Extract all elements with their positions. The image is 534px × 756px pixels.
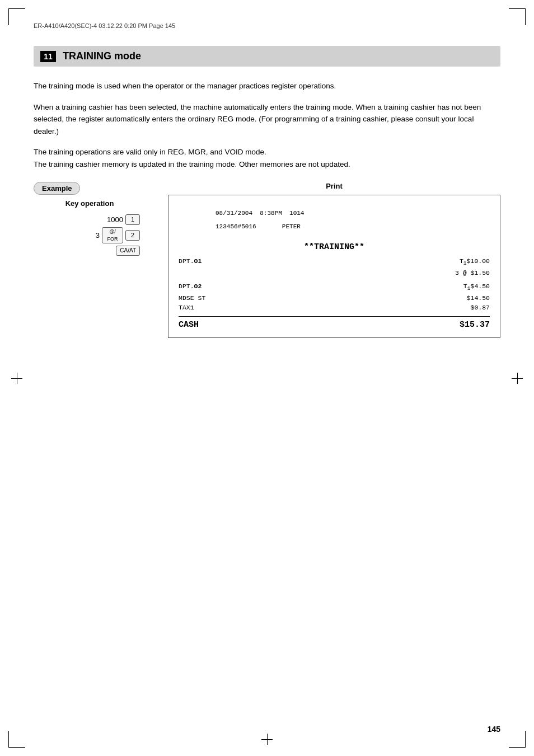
receipt-dpt02-block: DPT.O2 T1$4.50 xyxy=(179,281,490,293)
receipt-header-line1: 08/31/2004 8:38PM 1014 xyxy=(216,210,304,217)
crosshair-left xyxy=(11,373,22,384)
receipt-cash-value: $15.37 xyxy=(460,320,490,330)
paragraph-1: The training mode is used when the opera… xyxy=(34,80,500,92)
paragraph-2: When a training cashier has been selecte… xyxy=(34,101,500,138)
receipt-dpt01-sub-text: 3 @ $1.50 xyxy=(455,268,490,278)
receipt-header-line2: 123456#5016 PETER xyxy=(216,223,301,230)
key-2: 2 xyxy=(125,230,140,241)
receipt-tax: TAX1 $0.87 xyxy=(179,303,490,313)
corner-mark-tl xyxy=(8,8,25,25)
receipt: 08/31/2004 8:38PM 1014 123456#5016 PETER… xyxy=(168,195,500,339)
crosshair-bottom xyxy=(261,734,273,745)
key-operation-label: Key operation xyxy=(34,199,146,208)
key-caat: CA/AT xyxy=(116,246,140,256)
key-row-3: CA/AT xyxy=(116,246,140,256)
key-prefix-1000: 1000 xyxy=(107,215,123,224)
receipt-divider xyxy=(179,316,490,317)
receipt-dpt01-label: DPT.O1 xyxy=(179,256,202,268)
key-row-1: 1000 1 xyxy=(107,214,140,225)
section-number: 11 xyxy=(40,51,56,62)
receipt-dpt02: DPT.O2 T1$4.50 xyxy=(179,281,490,293)
receipt-header: 08/31/2004 8:38PM 1014 123456#5016 PETER xyxy=(179,203,490,237)
page: ER-A410/A420(SEC)-4 03.12.22 0:20 PM Pag… xyxy=(0,0,534,756)
section-title: TRAINING mode xyxy=(63,50,141,62)
key-prefix-3: 3 xyxy=(96,231,100,240)
receipt-dpt01-sub: 3 @ $1.50 xyxy=(179,268,490,278)
receipt-dpt02-value: T1$4.50 xyxy=(463,281,490,293)
receipt-mdse: MDSE ST $14.50 xyxy=(179,293,490,303)
key-1: 1 xyxy=(125,214,140,225)
example-badge: Example xyxy=(34,182,80,195)
crosshair-right xyxy=(512,373,523,384)
header-meta: ER-A410/A420(SEC)-4 03.12.22 0:20 PM Pag… xyxy=(34,22,500,29)
receipt-dpt01: DPT.O1 T1$10.00 xyxy=(179,256,490,268)
receipt-tax-value: $0.87 xyxy=(470,303,490,313)
paragraph-3: The training operations are valid only i… xyxy=(34,146,500,170)
section-heading: 11 TRAINING mode xyxy=(34,46,500,67)
header-meta-text: ER-A410/A420(SEC)-4 03.12.22 0:20 PM Pag… xyxy=(34,22,175,29)
receipt-tax-label: TAX1 xyxy=(179,303,194,313)
key-row-2: 3 @/FOR 2 xyxy=(96,227,140,243)
print-label: Print xyxy=(168,182,500,190)
corner-mark-tr xyxy=(509,8,526,25)
corner-mark-br xyxy=(509,731,526,748)
key-operation-content: 1000 1 3 @/FOR 2 CA/AT xyxy=(34,214,146,256)
receipt-dpt01-value: T1$10.00 xyxy=(460,256,490,268)
receipt-mdse-value: $14.50 xyxy=(467,293,490,303)
receipt-dpt02-label: DPT.O2 xyxy=(179,281,202,293)
key-for: @/FOR xyxy=(102,227,123,243)
example-section: Example Key operation 1000 1 3 @/FOR 2 C… xyxy=(34,182,500,339)
page-number: 145 xyxy=(488,725,500,734)
receipt-cash: CASH $15.37 xyxy=(179,320,490,330)
corner-mark-bl xyxy=(8,731,25,748)
receipt-training: **TRAINING** xyxy=(179,242,490,252)
receipt-cash-label: CASH xyxy=(179,320,199,330)
key-operation-col: Example Key operation 1000 1 3 @/FOR 2 C… xyxy=(34,182,146,256)
receipt-mdse-label: MDSE ST xyxy=(179,293,205,303)
print-col: Print 08/31/2004 8:38PM 1014 123456#5016… xyxy=(168,182,500,339)
